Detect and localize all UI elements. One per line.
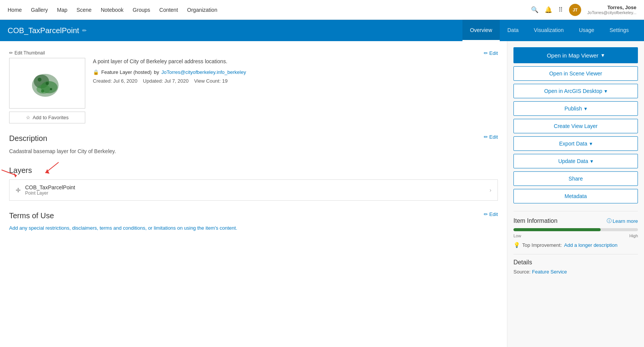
layer-type: Point Layer (25, 190, 489, 196)
open-arcgis-desktop-button[interactable]: Open in ArcGIS Desktop ▾ (513, 84, 638, 98)
export-data-button[interactable]: Export Data ▾ (513, 136, 638, 151)
star-icon: ☆ (26, 115, 30, 120)
notifications-icon[interactable]: 🔔 (545, 6, 552, 13)
thumbnail-section: ✏ Edit Thumbnail (9, 50, 498, 123)
terms-link[interactable]: Add any special restrictions, disclaimer… (9, 225, 237, 231)
learn-more-link[interactable]: ⓘ Learn more (607, 217, 638, 224)
content-area: ✏ Edit Thumbnail (0, 41, 507, 347)
tab-settings[interactable]: Settings (602, 20, 636, 41)
avatar[interactable]: JT (569, 4, 581, 16)
nav-groups[interactable]: Groups (133, 5, 150, 14)
layer-name: COB_TaxParcelPoint (25, 184, 489, 190)
layer-item[interactable]: ✛ COB_TaxParcelPoint Point Layer › (10, 180, 497, 200)
description-section: Description ✏ Edit Cadastral basemap lay… (9, 134, 498, 155)
progress-high-label: High (629, 233, 638, 238)
chevron-update-icon: ▾ (590, 158, 593, 164)
terms-header: Terms of Use ✏ Edit (9, 211, 498, 220)
publish-button[interactable]: Publish ▾ (513, 101, 638, 116)
edit-pencil-icon: ✏ (484, 50, 488, 56)
improvement-label: Top Improvement: (522, 242, 562, 248)
terms-title: Terms of Use (9, 211, 54, 220)
item-info-header: Item Information ⓘ Learn more (513, 217, 638, 224)
header-bar: COB_TaxParcelPoint ✏ Overview Data Visua… (0, 20, 644, 41)
open-scene-viewer-button[interactable]: Open in Scene Viewer (513, 66, 638, 81)
layer-plus-icon: ✛ (16, 187, 21, 194)
improvement-row: 💡 Top Improvement: Add a longer descript… (513, 242, 638, 248)
item-owner-link[interactable]: JoTorres@cityofberkeley.info_berkeley (161, 69, 246, 75)
nav-scene[interactable]: Scene (77, 5, 92, 14)
nav-notebook[interactable]: Notebook (101, 5, 124, 14)
user-name: Torres, Jose (587, 5, 636, 10)
nav-home[interactable]: Home (8, 5, 22, 14)
update-data-button[interactable]: Update Data ▾ (513, 154, 638, 168)
create-view-layer-button[interactable]: Create View Layer (513, 119, 638, 133)
tab-overview[interactable]: Overview (462, 20, 500, 41)
share-button[interactable]: Share (513, 171, 638, 186)
thumbnail-svg (24, 64, 70, 102)
open-map-viewer-button[interactable]: Open in Map Viewer ▾ (513, 47, 638, 63)
item-info-progress (513, 228, 638, 231)
layer-chevron-icon: › (489, 187, 491, 193)
bulb-icon: 💡 (513, 242, 520, 248)
main-layout: ✏ Edit Thumbnail (0, 41, 644, 347)
item-dates: Created: Jul 6, 2020 Updated: Jul 7, 202… (93, 78, 498, 84)
created-date: Created: Jul 6, 2020 (93, 78, 137, 84)
nav-organization[interactable]: Organization (187, 5, 217, 14)
item-information-section: Item Information ⓘ Learn more Low High 💡… (513, 211, 638, 248)
improvement-link[interactable]: Add a longer description (564, 242, 617, 248)
item-title: COB_TaxParcelPoint (8, 26, 79, 35)
layer-list: ✛ COB_TaxParcelPoint Point Layer › (9, 179, 498, 201)
svg-point-7 (41, 90, 44, 93)
svg-point-4 (38, 78, 41, 82)
progress-low-label: Low (513, 233, 521, 238)
details-section: Details Source: Feature Service (513, 254, 638, 275)
chevron-publish-icon: ▾ (584, 106, 587, 112)
terms-edit-link[interactable]: ✏ Edit (484, 211, 498, 217)
source-link[interactable]: Feature Service (532, 269, 567, 275)
item-meta: ✏ Edit A point layer of City of Berkeley… (93, 50, 498, 123)
item-edit-link[interactable]: ✏ Edit (484, 50, 498, 56)
layers-section: Layers ✛ COB_TaxParcelPoint Point Layer … (9, 166, 498, 201)
search-icon[interactable]: 🔍 (531, 6, 539, 13)
view-count: View Count: 19 (194, 78, 228, 84)
tab-usage[interactable]: Usage (571, 20, 602, 41)
edit-desc-icon: ✏ (484, 134, 488, 140)
tab-visualization[interactable]: Visualization (526, 20, 571, 41)
by-label: by (154, 69, 159, 75)
description-title: Description (9, 134, 47, 143)
thumbnail-col: ✏ Edit Thumbnail (9, 50, 85, 123)
item-short-description: A point layer of City of Berkeley parcel… (93, 58, 498, 66)
top-nav: Home Gallery Map Scene Notebook Groups C… (0, 0, 644, 20)
layers-header: Layers (9, 166, 498, 175)
details-source-row: Source: Feature Service (513, 269, 638, 275)
details-title: Details (513, 259, 638, 266)
nav-map[interactable]: Map (57, 5, 67, 14)
terms-section: Terms of Use ✏ Edit Add any special rest… (9, 211, 498, 231)
item-info-title: Item Information (513, 217, 558, 224)
user-email: JoTorres@cityofberkeley... (587, 10, 636, 15)
chevron-export-icon: ▾ (590, 141, 592, 147)
nav-gallery[interactable]: Gallery (31, 5, 48, 14)
nav-right: 🔍 🔔 ⠿ JT Torres, Jose JoTorres@cityofber… (531, 4, 636, 16)
title-edit-icon[interactable]: ✏ (82, 27, 87, 34)
svg-point-6 (50, 88, 52, 90)
layer-info: COB_TaxParcelPoint Point Layer (25, 184, 489, 196)
description-edit-link[interactable]: ✏ Edit (484, 134, 498, 140)
description-header: Description ✏ Edit (9, 134, 498, 143)
apps-grid-icon[interactable]: ⠿ (558, 6, 563, 13)
metadata-button[interactable]: Metadata (513, 189, 638, 203)
nav-content[interactable]: Content (159, 5, 178, 14)
progress-labels: Low High (513, 233, 638, 238)
layers-title: Layers (9, 166, 32, 175)
edit-terms-icon: ✏ (484, 211, 488, 217)
thumbnail-image (9, 58, 85, 109)
chevron-down-icon: ▾ (601, 52, 604, 59)
tab-data[interactable]: Data (500, 20, 526, 41)
progress-track (513, 228, 638, 231)
chevron-arcgis-icon: ▾ (604, 88, 607, 94)
edit-thumbnail-label[interactable]: ✏ Edit Thumbnail (9, 50, 85, 56)
item-type-label: Feature Layer (hosted) (101, 69, 151, 75)
nav-links: Home Gallery Map Scene Notebook Groups C… (8, 5, 531, 14)
item-title-container: COB_TaxParcelPoint ✏ (8, 26, 462, 35)
add-to-favorites-button[interactable]: ☆ Add to Favorites (9, 112, 85, 123)
